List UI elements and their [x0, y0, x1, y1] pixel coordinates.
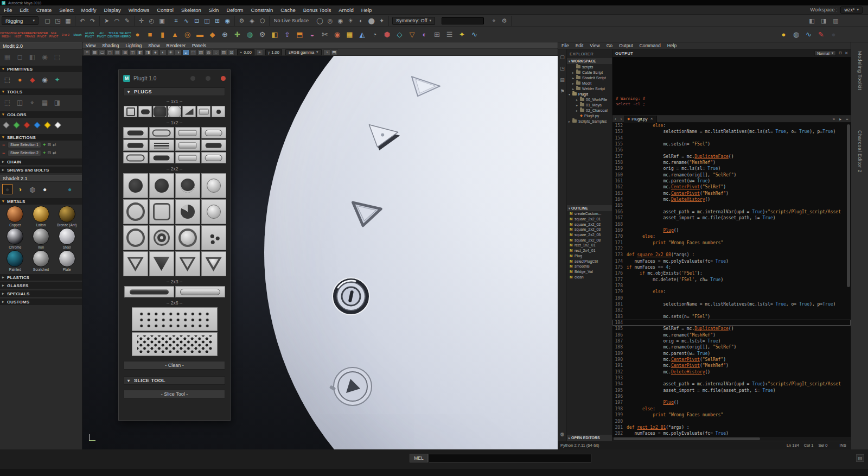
tree-item-02-charcoal[interactable]: ▸02_Charcoal	[567, 107, 612, 113]
plug-triangle-extruded[interactable]	[367, 125, 400, 152]
code-line[interactable]: 190 mc.CenterPivot("SelRef")	[612, 357, 851, 363]
section-primitives[interactable]: ▾PRIMITIVES	[0, 66, 82, 72]
store-selection-2-button[interactable]: Store Selection 2	[8, 150, 41, 156]
construction-history-icon[interactable]: ⚙	[237, 16, 247, 26]
bookmark-icon[interactable]: ⚑	[560, 88, 564, 94]
code-line[interactable]: 174 numFaces = mc.polyEvaluate(fc= True)	[612, 258, 851, 264]
plug-thumbnail-dotsoff[interactable]	[132, 332, 218, 356]
make-live-icon[interactable]: ◉	[222, 16, 233, 26]
slice-tool-section-header[interactable]: ▾SLICE TOOL	[124, 376, 225, 385]
material-bronze-ant[interactable]: Bronze (Ant)	[54, 206, 80, 227]
code-line[interactable]: 170 else:	[612, 233, 851, 239]
plug-triangle-rimmed[interactable]	[352, 202, 381, 226]
tree-item-scripts[interactable]: scripts	[567, 64, 612, 69]
shelf-pinch-icon[interactable]: ◇	[393, 28, 406, 41]
modit-tool-c-icon[interactable]: ◧	[27, 52, 37, 62]
minimize-button[interactable]	[190, 76, 195, 81]
open-scene-icon[interactable]: ◳	[53, 16, 63, 26]
code-line[interactable]: 172	[612, 246, 851, 252]
snap-point-icon[interactable]: ⊡	[192, 16, 202, 26]
shelf-lattice-icon[interactable]: ☰	[443, 28, 456, 41]
plug-thumbnail-dome[interactable]	[168, 106, 181, 117]
light-icon[interactable]: ☀	[346, 16, 356, 26]
code-line[interactable]: 196	[612, 394, 851, 399]
editor-menu-file[interactable]: File	[558, 43, 572, 48]
code-line[interactable]: 163 mc.CenterPivot("MeshRef")	[612, 191, 851, 196]
shelf-star-icon[interactable]: ✦	[456, 28, 468, 41]
shelf-extrude-icon[interactable]: ⇧	[281, 28, 293, 41]
shelf-smooth-icon[interactable]: ◍	[244, 28, 256, 41]
shelf-button-select[interactable]: SELECTHERRO	[119, 28, 131, 41]
plug-thumbnail-wide2[interactable]	[175, 286, 225, 297]
shelf-boolean-icon[interactable]: ⊕	[219, 28, 231, 41]
code-line[interactable]: 173def square_2x2_08(*args) :	[612, 252, 851, 258]
shelf-curve-tool-icon[interactable]: ∿	[468, 28, 481, 41]
shelf-poly-cube-icon[interactable]: ■	[144, 28, 156, 41]
new-file-icon[interactable]: ▢	[560, 54, 565, 60]
plugit-titlebar[interactable]: M PlugIt 1.0	[119, 70, 230, 86]
shelf-button-center[interactable]: CENTERPIVOT	[36, 28, 48, 41]
menu-constrain[interactable]: Constrain	[247, 5, 277, 15]
code-line[interactable]: 162 mc.CenterPivot("SelRef")	[612, 184, 851, 190]
plug-thumbnail-groove[interactable]	[149, 127, 174, 138]
modit-tool-a-icon[interactable]: ▦	[2, 52, 12, 62]
plug-thumbnail-wedge[interactable]	[182, 106, 196, 117]
plug-thumbnail-cut[interactable]	[175, 199, 200, 224]
shelf-relax-icon[interactable]: ◔	[368, 28, 381, 41]
plug-thumbnail-ring[interactable]	[123, 199, 148, 224]
run-icon[interactable]: ▸	[837, 117, 844, 122]
shelf-poly-sphere-icon[interactable]: ●	[131, 28, 144, 41]
shelf-button-optimiz[interactable]: OPTIMIZMESH	[0, 28, 12, 41]
code-line[interactable]: 200	[612, 418, 851, 424]
wireframe-icon[interactable]: ◨	[144, 49, 151, 55]
menu-file[interactable]: File	[0, 5, 16, 15]
paint-select-icon[interactable]: ✎	[122, 16, 132, 26]
section-specials[interactable]: ▸SPECIALS	[0, 290, 82, 297]
select-tool-icon[interactable]: ➤	[101, 16, 112, 26]
color-swatch-5[interactable]	[54, 122, 61, 129]
shelf-sculpt-icon[interactable]: ◭	[356, 28, 368, 41]
tree-item-plugit-py[interactable]: ◆PlugIt.py	[567, 113, 612, 118]
primitive-diamond-icon[interactable]: ◆	[27, 74, 37, 85]
code-line[interactable]: 180	[612, 295, 851, 301]
layout-single-icon[interactable]: ◧	[807, 16, 817, 26]
code-line[interactable]: 193	[612, 375, 851, 381]
viewport-menu-lighting[interactable]: Lighting	[122, 43, 145, 48]
tree-item-modit[interactable]: ▸Modit	[567, 80, 612, 86]
shader-gold-ball-icon[interactable]: ◑	[15, 184, 25, 194]
shelf-quad-draw-icon[interactable]: ▦	[343, 28, 356, 41]
snap-surface-icon[interactable]: ⊞	[212, 16, 222, 26]
menu-control[interactable]: Control	[153, 5, 177, 15]
menuset-dropdown[interactable]: Rigging▾	[2, 16, 39, 25]
code-line[interactable]: 168	[612, 221, 851, 227]
code-line[interactable]: 182	[612, 307, 851, 313]
primitive-poly-icon[interactable]: ⬚	[2, 74, 12, 85]
plug-thumbnail-ring[interactable]	[123, 225, 148, 250]
viewport-menu-shading[interactable]: Shading	[99, 43, 122, 48]
code-line[interactable]: 160 mc.rename(orig[1], "SelRef")	[612, 172, 851, 178]
material-laiton[interactable]: Laiton	[28, 206, 54, 227]
code-line[interactable]: 183 mc.sets(n= "FSel")	[612, 314, 851, 320]
plug-thumbnail-dome[interactable]	[201, 173, 226, 198]
delete-selection-icon[interactable]: ⊟	[47, 150, 51, 155]
code-line[interactable]: 171 print "Wrong Faces numbers"	[612, 240, 851, 246]
snap-curve-icon[interactable]: ∿	[181, 16, 192, 26]
code-line[interactable]: 157 SelRef = mc.DuplicateFace()	[612, 154, 851, 160]
code-line[interactable]: 186 mc.rename("MeshRef")	[612, 332, 851, 338]
tab-menu-icon[interactable]: ≡	[844, 117, 851, 122]
plug-thumbnail-trir[interactable]	[201, 251, 226, 276]
depth-of-field-icon[interactable]: ◍	[205, 49, 212, 55]
section-srews-and-bolts[interactable]: ▸SREWS and BOLTS	[0, 167, 82, 173]
isolate-select-icon[interactable]: ◌	[213, 49, 220, 55]
scale-tool-icon[interactable]: ▣	[157, 16, 167, 26]
resolution-gate-icon[interactable]: ◻	[106, 49, 113, 55]
shelf-grab-icon[interactable]: ⬢	[381, 28, 393, 41]
render-settings-icon[interactable]: ◉	[335, 16, 346, 26]
code-line[interactable]: 164 mc.DeleteHistory()	[612, 196, 851, 202]
shelf-mirror-icon[interactable]: ◧	[269, 28, 281, 41]
code-line[interactable]: 197 Plug()	[612, 399, 851, 405]
code-line[interactable]: 166 asset_path = mc.internalVar(upd = Tr…	[612, 209, 851, 215]
tree-item-shadelt-script[interactable]: ▸Shadelt Script	[567, 75, 612, 80]
outline-item-rect-1x2-01[interactable]: Mrect_1x2_01	[567, 243, 612, 248]
tab-forward-icon[interactable]: ›	[618, 117, 624, 122]
